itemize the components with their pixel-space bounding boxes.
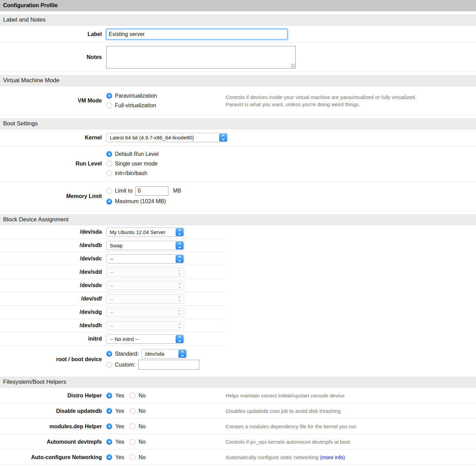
select-stepper-icon [176, 268, 183, 276]
root-standard-radio[interactable] [106, 351, 112, 357]
disable-updatedb-label: Disable updatedb [0, 408, 102, 414]
yes-option-label[interactable]: Yes [115, 423, 124, 430]
dev-sda-label: /dev/sda [0, 229, 102, 235]
kernel-row: Kernel Latest 64 bit (4.9.7-x86_64-linod… [0, 130, 476, 146]
no-option-label[interactable]: No [139, 439, 145, 445]
distro-helper-no-radio[interactable] [130, 393, 135, 398]
yes-option-label[interactable]: Yes [115, 454, 124, 460]
root-boot-device-label: root / boot device [0, 356, 102, 362]
disable-updatedb-yes-radio[interactable] [106, 408, 112, 414]
single-user-mode-radio[interactable] [106, 161, 112, 167]
memory-limit-row: Memory Limit Limit to MB Maximum (1024 M… [0, 182, 476, 211]
full-virtualization-option-label[interactable]: Full-virtualization [115, 102, 156, 109]
memory-maximum-option-label[interactable]: Maximum (1024 MB) [115, 198, 166, 205]
select-stepper-icon [219, 134, 227, 142]
paravirtualization-option-label[interactable]: Paravirtualization [115, 93, 157, 99]
notes-row: Notes [0, 43, 476, 72]
block-device-row-sdf: /dev/sdf -- [0, 292, 225, 306]
notes-field-label: Notes [0, 54, 102, 60]
vm-mode-row: VM Mode Paravirtualization Full-virtuali… [0, 86, 476, 115]
select-stepper-icon [176, 308, 183, 316]
auto-configure-networking-no-radio[interactable] [130, 454, 135, 460]
initrd-row: initrd -- No initrd -- [0, 332, 225, 346]
select-stepper-icon [176, 322, 183, 330]
default-run-level-radio[interactable] [106, 151, 112, 157]
root-boot-device-row: root / boot device Standard: /dev/sda Cu… [0, 346, 225, 373]
select-stepper-icon [176, 242, 183, 249]
modules-dep-helper-yes-radio[interactable] [106, 423, 112, 429]
memory-limit-to-option-label[interactable]: Limit to [115, 188, 133, 194]
no-option-label[interactable]: No [139, 454, 145, 460]
auto-configure-networking-help-text: Automatically configure static networkin… [226, 454, 345, 461]
block-device-row-sdg: /dev/sdg -- [0, 306, 225, 319]
full-virtualization-radio[interactable] [106, 102, 112, 108]
yes-option-label[interactable]: Yes [115, 439, 124, 445]
init-bin-bash-radio[interactable] [106, 170, 112, 176]
auto-configure-networking-yes-radio[interactable] [106, 454, 112, 460]
more-info-link[interactable]: (more info) [320, 454, 345, 460]
root-device-select[interactable]: /dev/sda [141, 349, 187, 358]
run-level-label: Run Level [0, 161, 102, 167]
automount-devtmpfs-row: Automount devtmpfs Yes No Controls if pv… [0, 434, 476, 450]
select-stepper-icon [176, 295, 183, 303]
block-device-row-sdb: /dev/sdb Swap [0, 239, 225, 252]
dev-sdh-select: -- [106, 321, 184, 330]
no-option-label[interactable]: No [139, 408, 145, 414]
dev-sda-select[interactable]: My Ubuntu 12.04 Server [106, 228, 184, 237]
dev-sde-label: /dev/sde [0, 282, 102, 288]
automount-devtmpfs-label: Automount devtmpfs [0, 439, 102, 445]
modules-dep-helper-no-radio[interactable] [130, 423, 135, 429]
memory-maximum-radio[interactable] [106, 199, 112, 205]
disable-updatedb-no-radio[interactable] [130, 408, 135, 414]
vm-mode-label: VM Mode [0, 98, 102, 104]
root-custom-radio[interactable] [106, 362, 112, 368]
section-virtual-machine-mode: Virtual Machine Mode [0, 75, 476, 86]
no-option-label[interactable]: No [139, 393, 145, 399]
single-user-mode-option-label[interactable]: Single user mode [115, 161, 158, 167]
section-label-and-notes: Label and Notes [0, 14, 476, 26]
initrd-label: initrd [0, 336, 102, 342]
dev-sdd-select: -- [106, 268, 184, 277]
section-filesystem-boot-helpers: Filesystem/Boot Helpers [0, 377, 476, 388]
select-stepper-icon [176, 282, 183, 290]
label-row: Label [0, 26, 476, 43]
distro-helper-help-text: Helps maintain correct inittab/upstart c… [226, 392, 345, 399]
memory-limit-to-radio[interactable] [106, 188, 112, 194]
init-bin-bash-option-label[interactable]: init=/bin/bash [115, 170, 147, 176]
automount-devtmpfs-no-radio[interactable] [130, 439, 135, 445]
automount-devtmpfs-yes-radio[interactable] [106, 439, 112, 445]
yes-option-label[interactable]: Yes [115, 393, 124, 399]
initrd-select[interactable]: -- No initrd -- [106, 334, 184, 344]
block-device-row-sda: /dev/sda My Ubuntu 12.04 Server [0, 225, 225, 239]
dev-sdc-select[interactable]: -- [106, 254, 184, 263]
distro-helper-row: Distro Helper Yes No Helps maintain corr… [0, 388, 476, 403]
dev-sdh-label: /dev/sdh [0, 322, 102, 329]
default-run-level-option-label[interactable]: Default Run Level [115, 151, 158, 157]
block-device-row-sdh: /dev/sdh -- [0, 319, 225, 332]
label-input[interactable] [106, 29, 287, 39]
block-device-row-sde: /dev/sde -- [0, 279, 225, 292]
kernel-select[interactable]: Latest 64 bit (4.9.7-x86_64-linode80) [106, 133, 228, 142]
yes-option-label[interactable]: Yes [115, 408, 124, 414]
root-custom-option-label[interactable]: Custom: [115, 362, 135, 368]
root-custom-input[interactable] [138, 360, 199, 370]
dev-sdb-select[interactable]: Swap [106, 241, 184, 250]
no-option-label[interactable]: No [139, 423, 145, 430]
modules-dep-helper-row: modules.dep Helper Yes No Creates a modu… [0, 419, 476, 434]
modules-dep-helper-label: modules.dep Helper [0, 423, 102, 430]
dev-sdc-label: /dev/sdc [0, 256, 102, 262]
run-level-row: Run Level Default Run Level Single user … [0, 146, 476, 182]
memory-limit-input[interactable] [135, 186, 168, 196]
paravirtualization-radio[interactable] [106, 93, 112, 99]
dev-sdb-label: /dev/sdb [0, 242, 102, 248]
notes-textarea[interactable] [106, 46, 296, 69]
memory-limit-label: Memory Limit [0, 193, 102, 199]
disable-updatedb-row: Disable updatedb Yes No Disables updated… [0, 403, 476, 419]
auto-configure-networking-row: Auto-configure Networking Yes No Automat… [0, 450, 476, 465]
distro-helper-label: Distro Helper [0, 393, 102, 399]
distro-helper-yes-radio[interactable] [106, 393, 112, 398]
section-boot-settings: Boot Settings [0, 118, 476, 130]
dev-sdg-select: -- [106, 308, 184, 317]
root-standard-option-label[interactable]: Standard: [115, 351, 139, 357]
block-device-row-sdc: /dev/sdc -- [0, 252, 225, 266]
